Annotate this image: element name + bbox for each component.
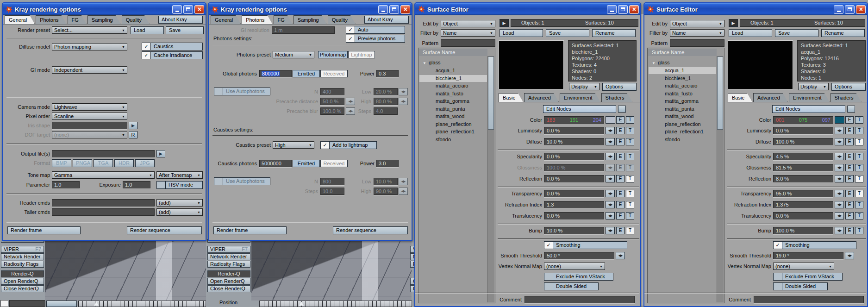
tab-fg[interactable]: FG [274,15,293,24]
emitted-toggle[interactable]: Emitted [293,160,320,167]
pattern-field[interactable] [670,39,724,47]
property-mini-slider[interactable]: ◀▶ [606,201,615,208]
format-bmp-button[interactable]: BMP [52,159,71,167]
caustics-n-field[interactable]: 800 [320,178,344,185]
surface-list-item[interactable]: matita_acciaio [649,82,716,89]
caustics-high-field[interactable]: 90.0 % [374,188,398,195]
render-sequence-button[interactable]: Render sequence [333,226,408,234]
maximize-button[interactable] [183,5,193,14]
property-value-field[interactable]: 0.0 % [544,153,604,160]
envelope-button[interactable]: E [845,153,854,160]
surface-group-row[interactable]: ▼glass [419,59,487,66]
preview-photons-checkbox[interactable]: ✓Preview photons [346,35,405,43]
titlebar[interactable]: Kray rendering options × [3,3,206,15]
caustics-steps-field[interactable]: 10.0 [320,188,344,195]
envelope-button[interactable]: E [616,175,624,182]
property-value-field[interactable]: 1.3 [544,201,604,208]
titlebar[interactable]: Kray rendering options × [209,3,412,15]
tab-environment[interactable]: Environment [560,93,600,102]
exclude-vstack-checkbox[interactable]: Exclude From VStack [544,273,613,281]
tab-shaders[interactable]: Shaders [601,93,632,102]
property-mini-slider[interactable]: ◀▶ [835,153,844,160]
network-render-button[interactable]: Network Render [410,253,414,260]
save-button[interactable]: Save [166,26,204,34]
close-renderq-button[interactable]: Close RenderQ [1,285,44,292]
tab-sampling[interactable]: Sampling [87,15,121,24]
about-kray-button[interactable]: About Kray [158,16,203,24]
comment-field[interactable] [754,296,864,303]
caustics-high-mini-slider[interactable]: ◀▶ [399,188,408,195]
output-files-expand-button[interactable]: ▶ [156,150,165,157]
edit-nodes-button[interactable]: Edit Nodes [772,105,845,113]
envelope-button[interactable]: E [616,164,624,171]
tab-photons[interactable]: Photons [36,15,66,24]
property-value-field[interactable]: 100.0 % [773,138,833,145]
surface-list-item[interactable]: plane_reflection [649,121,716,128]
close-renderq-button[interactable]: Close RenderQ [410,285,414,292]
smooth-threshold-mini-slider[interactable]: ◀▶ [845,252,854,259]
envelope-button[interactable]: E [616,138,624,145]
options-button[interactable]: Options [602,83,637,91]
tone-map-dropdown[interactable]: Gamma▼ [52,171,155,179]
power-field[interactable]: 0.3 [376,70,399,77]
edit-by-dropdown[interactable]: Object▼ [441,20,495,27]
property-mini-slider[interactable]: ◀▶ [835,138,844,145]
double-sided-checkbox[interactable]: Double Sided [544,282,599,290]
photonmap-toggle[interactable]: Photonmap [318,51,348,58]
network-render-button[interactable]: Network Render [207,253,250,260]
property-mini-slider[interactable]: ◀▶ [835,227,844,234]
exposure-field[interactable]: 1.0 [123,181,150,188]
color-field[interactable]: 001 075 097 [773,116,833,124]
smoothing-checkbox[interactable]: ✓Smoothing [773,241,856,249]
property-mini-slider[interactable]: ◀▶ [606,190,615,197]
lightmap-toggle[interactable]: Lightmap [348,51,375,58]
color-swatch[interactable] [835,116,844,124]
pixel-order-dropdown[interactable]: Scanline▼ [52,113,127,120]
envelope-button[interactable]: E [616,227,624,234]
render-frame-button[interactable]: Render frame [213,226,287,234]
envelope-button[interactable]: E [845,127,854,134]
tab-quality[interactable]: Quality [328,15,356,24]
high-field[interactable]: 80.0 % [374,98,398,105]
open-renderq-button[interactable]: Open RenderQ [207,278,250,285]
radiosity-flags-button[interactable]: Radiosity Flags [207,261,250,268]
envelope-button[interactable]: E [616,190,624,197]
color-texture-button[interactable]: T [626,116,634,124]
color-texture-button[interactable]: T [855,116,863,124]
format-jpg-button[interactable]: JPG [135,159,155,167]
envelope-button[interactable]: E [845,212,854,219]
surface-list-item[interactable]: bicchiere_1 [649,75,716,82]
preset-expand-button[interactable]: ▶ [500,19,509,27]
property-value-field[interactable]: 0.0 % [773,212,833,219]
dof-reset-button[interactable]: R [129,131,137,138]
texture-button[interactable]: T [626,190,634,197]
envelope-button[interactable]: E [616,127,624,134]
surface-list-item[interactable]: matita_punta [419,106,487,113]
texture-button[interactable]: T [855,227,863,234]
color-field[interactable]: 183 191 204 [544,116,604,124]
surface-list-item[interactable]: matita_punta [649,106,716,113]
titlebar[interactable]: Surface Editor × [415,3,640,15]
maximize-button[interactable] [618,5,628,14]
texture-button[interactable]: T [626,212,634,219]
tab-shaders[interactable]: Shaders [831,93,862,102]
filter-by-dropdown[interactable]: Name▼ [441,29,495,37]
surface-list-item[interactable]: sfondo [649,136,716,143]
property-mini-slider[interactable]: ◀▶ [606,175,615,182]
display-dropdown[interactable]: Display▼ [569,83,599,90]
parameter-field[interactable]: 1.0 [52,181,80,188]
vertex-normal-map-dropdown[interactable]: (none)▼ [544,263,605,270]
render-sequence-button[interactable]: Render sequence [127,226,202,234]
received-toggle[interactable]: Received [320,160,348,167]
output-files-field[interactable] [52,150,155,157]
caustics-power-field[interactable]: 3.0 [376,160,399,167]
viper-button[interactable]: F7VIPER [1,246,44,253]
property-mini-slider[interactable]: ◀▶ [835,164,844,171]
network-render-button[interactable]: Network Render [1,253,44,260]
texture-button[interactable]: T [626,138,634,145]
precache-distance-field[interactable]: 50.0 % [320,98,344,105]
property-mini-slider[interactable]: ◀▶ [835,212,844,219]
precache-blur-field[interactable]: 100.0 % [320,107,344,115]
edit-by-dropdown[interactable]: Object▼ [670,20,724,27]
tab-general[interactable]: General [5,15,35,24]
